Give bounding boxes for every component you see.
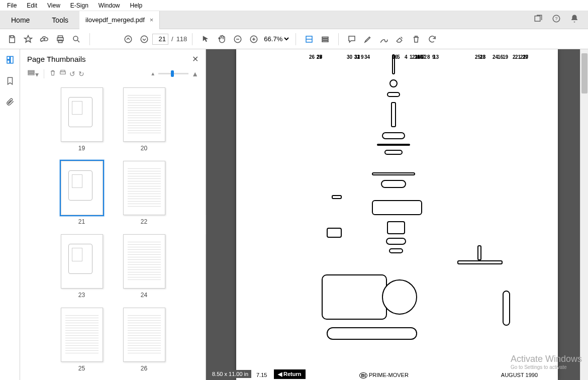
tab-bar: Home Tools ilovepdf_merged.pdf × ? <box>0 11 588 29</box>
thumbnail-21[interactable]: 21 <box>61 161 103 225</box>
thumbnail-grid[interactable]: 19 20 21 22 23 24 25 26 <box>20 82 206 380</box>
page-up-icon[interactable] <box>121 32 135 46</box>
zoom-out-icon[interactable] <box>231 32 245 46</box>
close-panel-icon[interactable]: ✕ <box>192 54 199 64</box>
thumbnail-19[interactable]: 19 <box>61 87 103 152</box>
page-current-input[interactable] <box>152 34 168 45</box>
print-icon[interactable] <box>53 32 67 46</box>
page-sep: / <box>171 35 173 43</box>
zoom-select[interactable]: 66.7% <box>262 35 290 43</box>
pointer-icon[interactable] <box>199 32 213 46</box>
thumb-print-icon[interactable] <box>59 69 66 78</box>
svg-rect-17 <box>7 60 10 63</box>
callout-13: 13 <box>433 54 439 60</box>
callout-19: 19 <box>503 54 508 60</box>
callout-25: 25 <box>475 54 480 60</box>
menu-edit[interactable]: Edit <box>22 1 42 10</box>
thumb-rotate-ccw-icon[interactable]: ↺ <box>69 70 75 78</box>
thumbnail-20[interactable]: 20 <box>123 87 165 152</box>
menu-bar: File Edit View E-Sign Window Help <box>0 0 588 11</box>
delete-icon[interactable] <box>409 32 423 46</box>
hand-icon[interactable] <box>215 32 229 46</box>
page-total: 118 <box>176 35 187 43</box>
svg-rect-0 <box>535 16 540 22</box>
save-icon[interactable] <box>5 32 19 46</box>
share-icon[interactable] <box>534 14 543 26</box>
callout-9b: 9 <box>361 54 364 60</box>
side-rail <box>0 49 20 380</box>
thumb-label: 19 <box>78 145 85 152</box>
bell-icon[interactable] <box>570 14 579 26</box>
thumbnail-panel: Page Thumbnails ✕ ▾ ↺ ↻ ▲ ▲ 19 20 21 22 <box>20 49 206 380</box>
thumb-rotate-cw-icon[interactable]: ↻ <box>78 70 84 78</box>
callout-29: 29 <box>317 54 322 60</box>
menu-view[interactable]: View <box>42 1 65 10</box>
highlight-icon[interactable] <box>361 32 375 46</box>
thumb-label: 24 <box>141 292 147 299</box>
footer-page-num: 7.15 <box>256 372 267 378</box>
thumb-size-slider[interactable] <box>158 73 188 74</box>
thumbnails-rail-icon[interactable] <box>6 55 15 66</box>
star-icon[interactable] <box>21 32 35 46</box>
thumb-large-icon[interactable]: ▲ <box>191 70 199 78</box>
svg-rect-15 <box>322 41 328 42</box>
tab-document-label: ilovepdf_merged.pdf <box>85 16 145 24</box>
motor-assembly <box>322 264 422 340</box>
fit-width-icon[interactable] <box>302 32 316 46</box>
thumbnail-tools: ▾ ↺ ↻ ▲ ▲ <box>20 67 206 82</box>
menu-window[interactable]: Window <box>93 1 125 10</box>
document-page: 1 2 3 4 5 6 7 8 9 10 11 12 13 14 15 16 1… <box>236 49 558 380</box>
thumb-label: 21 <box>78 218 85 225</box>
main-area: Page Thumbnails ✕ ▾ ↺ ↻ ▲ ▲ 19 20 21 22 <box>0 49 588 380</box>
menu-help[interactable]: Help <box>125 1 148 10</box>
document-viewport[interactable]: 1 2 3 4 5 6 7 8 9 10 11 12 13 14 15 16 1… <box>206 49 588 380</box>
menu-esign[interactable]: E-Sign <box>65 1 93 10</box>
tab-document[interactable]: ilovepdf_merged.pdf × <box>79 11 160 29</box>
page-down-icon[interactable] <box>137 32 151 46</box>
svg-rect-20 <box>28 72 34 73</box>
rotate-icon[interactable] <box>425 32 439 46</box>
thumb-small-icon[interactable]: ▲ <box>150 71 155 76</box>
thumbnail-26[interactable]: 26 <box>123 308 165 372</box>
thumbnail-panel-title: Page Thumbnails <box>27 55 85 63</box>
svg-rect-3 <box>11 36 14 38</box>
callout-33: 33 <box>354 54 360 60</box>
svg-point-9 <box>141 36 148 43</box>
svg-rect-21 <box>28 74 34 75</box>
page-display-icon[interactable] <box>318 32 332 46</box>
vertical-scrollbar[interactable] <box>580 49 588 380</box>
erase-icon[interactable] <box>393 32 407 46</box>
svg-rect-14 <box>322 39 328 40</box>
thumbnail-23[interactable]: 23 <box>61 234 103 299</box>
zoom-in-icon[interactable] <box>247 32 261 46</box>
thumbnail-24[interactable]: 24 <box>123 234 165 299</box>
svg-rect-23 <box>60 72 66 74</box>
close-tab-icon[interactable]: × <box>150 16 154 24</box>
exploded-diagram: 1 2 3 4 5 6 7 8 9 10 11 12 13 14 15 16 1… <box>241 54 553 360</box>
options-icon[interactable]: ▾ <box>27 69 39 78</box>
cloud-icon[interactable] <box>37 32 51 46</box>
footer-date: AUGUST 1990 <box>501 372 538 378</box>
thumbnail-22[interactable]: 22 <box>123 161 165 225</box>
find-icon[interactable] <box>69 32 83 46</box>
callout-22: 22 <box>520 54 526 60</box>
bookmark-rail-icon[interactable] <box>6 76 15 87</box>
page-indicator: / 118 <box>152 34 187 45</box>
draw-icon[interactable] <box>377 32 391 46</box>
menu-file[interactable]: File <box>2 1 22 10</box>
thumb-delete-icon[interactable] <box>49 69 56 78</box>
callout-2b: 2 <box>513 54 516 60</box>
tab-tools[interactable]: Tools <box>41 11 79 29</box>
svg-text:?: ? <box>555 16 557 21</box>
callout-8: 8 <box>427 54 430 60</box>
attachment-rail-icon[interactable] <box>6 98 15 109</box>
return-button[interactable]: Return <box>274 369 306 379</box>
svg-rect-13 <box>322 37 328 38</box>
help-icon[interactable]: ? <box>552 14 561 26</box>
tab-home[interactable]: Home <box>0 11 41 29</box>
callout-34: 34 <box>364 54 370 60</box>
thumbnail-25[interactable]: 25 <box>61 308 103 372</box>
comment-icon[interactable] <box>345 32 359 46</box>
callout-4: 4 <box>405 54 408 60</box>
svg-rect-19 <box>28 70 34 71</box>
